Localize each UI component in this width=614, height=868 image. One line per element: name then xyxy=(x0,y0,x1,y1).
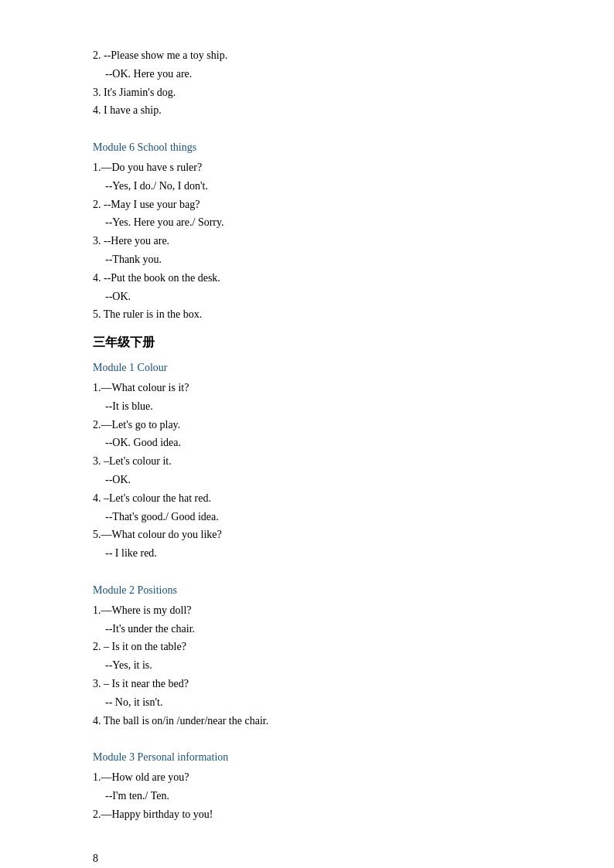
m3-line-1: 1.—How old are you? xyxy=(93,768,521,787)
line-2-toy-ship-reply: --OK. Here you are. xyxy=(93,65,521,83)
m6-line-2-reply: --Yes. Here you are./ Sorry. xyxy=(93,213,521,232)
m2-line-4: 4. The ball is on/in /under/near the cha… xyxy=(93,712,521,730)
line-3-dog: 3. It's Jiamin's dog. xyxy=(93,83,521,102)
m2-line-2: 2. – Is it on the table? xyxy=(93,638,521,656)
m6-line-1-reply: --Yes, I do./ No, I don't. xyxy=(93,177,521,196)
m1-line-4-reply: --That's good./ Good idea. xyxy=(93,508,521,526)
m6-line-2: 2. --May I use your bag? xyxy=(93,196,521,214)
m6-line-1: 1.—Do you have s ruler? xyxy=(93,158,521,177)
m2-line-2-reply: --Yes, it is. xyxy=(93,656,521,675)
module-6-section: Module 6 School things 1.—Do you have s … xyxy=(93,138,521,324)
m1-line-2: 2.—Let's go to play. xyxy=(93,416,521,434)
line-4-ship: 4. I have a ship. xyxy=(93,101,521,120)
m6-line-4: 4. --Put the book on the desk. xyxy=(93,269,521,288)
m1-line-1: 1.—What colour is it? xyxy=(93,379,521,397)
grade3-lower-title: 三年级下册 xyxy=(93,335,155,349)
module-2-heading: Module 2 Positions xyxy=(93,581,521,600)
m6-line-5: 5. The ruler is in the box. xyxy=(93,305,521,324)
m2-line-3-reply: -- No, it isn't. xyxy=(93,693,521,712)
top-section: 2. --Please show me a toy ship. --OK. He… xyxy=(93,46,521,120)
page-number: 8 xyxy=(93,853,521,865)
m2-line-1: 1.—Where is my doll? xyxy=(93,601,521,620)
m6-line-3-reply: --Thank you. xyxy=(93,250,521,269)
m1-line-3: 3. –Let's colour it. xyxy=(93,452,521,471)
m1-line-5: 5.—What colour do you like? xyxy=(93,526,521,544)
m1-line-5-reply: -- I like red. xyxy=(93,544,521,563)
module-3-section: Module 3 Personal information 1.—How old… xyxy=(93,748,521,823)
m3-line-2: 2.—Happy birthday to you! xyxy=(93,805,521,824)
page-content: 2. --Please show me a toy ship. --OK. He… xyxy=(93,46,521,865)
line-2-toy-ship: 2. --Please show me a toy ship. xyxy=(93,46,521,65)
m3-line-1-reply: --I'm ten./ Ten. xyxy=(93,787,521,805)
module-2-section: Module 2 Positions 1.—Where is my doll? … xyxy=(93,581,521,730)
module-3-heading: Module 3 Personal information xyxy=(93,748,521,767)
m2-line-1-reply: --It's under the chair. xyxy=(93,620,521,638)
m1-line-2-reply: --OK. Good idea. xyxy=(93,434,521,452)
module-1-heading: Module 1 Colour xyxy=(93,359,521,377)
m1-line-1-reply: --It is blue. xyxy=(93,397,521,416)
m2-line-3: 3. – Is it near the bed? xyxy=(93,675,521,693)
module-1-section: Module 1 Colour 1.—What colour is it? --… xyxy=(93,359,521,563)
m1-line-3-reply: --OK. xyxy=(93,471,521,489)
module-6-heading: Module 6 School things xyxy=(93,138,521,157)
grade3-lower-heading: 三年级下册 xyxy=(93,335,521,351)
m1-line-4: 4. –Let's colour the hat red. xyxy=(93,489,521,508)
m6-line-3: 3. --Here you are. xyxy=(93,232,521,250)
m6-line-4-reply: --OK. xyxy=(93,288,521,306)
